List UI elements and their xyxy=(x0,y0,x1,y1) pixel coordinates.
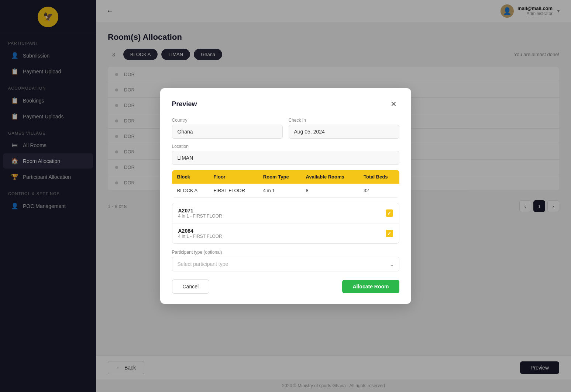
country-label: Country xyxy=(172,118,283,123)
col-available: Available Rooms xyxy=(301,170,358,184)
cell-block: BLOCK A xyxy=(172,184,209,198)
country-group: Country Ghana xyxy=(172,118,283,139)
participant-type-group: Participant type (optional) Select parti… xyxy=(172,250,399,271)
col-block: Block xyxy=(172,170,209,184)
participant-type-select[interactable]: Select participant type xyxy=(172,257,399,271)
preview-modal: Preview ✕ Country Ghana Check In Aug 05,… xyxy=(160,88,411,304)
cell-available: 8 xyxy=(301,184,358,198)
cell-total-beds: 32 xyxy=(358,184,399,198)
room-checkbox-a2071[interactable]: ✓ xyxy=(386,209,393,217)
checkin-input[interactable]: Aug 05, 2024 xyxy=(289,125,399,139)
room-id: A2071 xyxy=(178,208,222,214)
cell-floor: FIRST FLOOR xyxy=(208,184,258,198)
modal-close-button[interactable]: ✕ xyxy=(388,98,399,110)
room-list-item-info: A2084 4 in 1 - FIRST FLOOR xyxy=(178,228,222,239)
room-list-item-a2084[interactable]: A2084 4 in 1 - FIRST FLOOR ✓ xyxy=(172,223,399,243)
room-list-item-a2071[interactable]: A2071 4 in 1 - FIRST FLOOR ✓ xyxy=(172,203,399,223)
room-id: A2084 xyxy=(178,228,222,234)
col-total-beds: Total Beds xyxy=(358,170,399,184)
room-table-row: BLOCK A FIRST FLOOR 4 in 1 8 32 xyxy=(172,184,399,198)
col-floor: Floor xyxy=(208,170,258,184)
modal-footer: Cancel Allocate Room xyxy=(172,280,399,294)
modal-form-row-2: Location LIMAN xyxy=(172,144,399,165)
location-group: Location LIMAN xyxy=(172,144,399,165)
participant-type-select-wrapper: Select participant type ⌄ xyxy=(172,257,399,271)
location-label: Location xyxy=(172,144,399,149)
checkin-group: Check In Aug 05, 2024 xyxy=(289,118,399,139)
modal-title: Preview xyxy=(172,100,197,108)
col-room-type: Room Type xyxy=(258,170,301,184)
modal-form-row-1: Country Ghana Check In Aug 05, 2024 xyxy=(172,118,399,139)
modal-overlay[interactable]: Preview ✕ Country Ghana Check In Aug 05,… xyxy=(0,0,571,392)
room-info-table: Block Floor Room Type Available Rooms To… xyxy=(172,170,399,198)
room-list-item-info: A2071 4 in 1 - FIRST FLOOR xyxy=(178,208,222,219)
room-checkbox-a2084[interactable]: ✓ xyxy=(386,230,393,237)
modal-header: Preview ✕ xyxy=(172,98,399,110)
location-input[interactable]: LIMAN xyxy=(172,151,399,165)
participant-type-label: Participant type (optional) xyxy=(172,250,399,255)
checkin-label: Check In xyxy=(289,118,399,123)
cancel-button[interactable]: Cancel xyxy=(172,280,210,294)
cell-room-type: 4 in 1 xyxy=(258,184,301,198)
allocate-room-button[interactable]: Allocate Room xyxy=(342,280,399,293)
room-sub: 4 in 1 - FIRST FLOOR xyxy=(178,234,222,239)
room-list: A2071 4 in 1 - FIRST FLOOR ✓ A2084 4 in … xyxy=(172,203,399,244)
room-sub: 4 in 1 - FIRST FLOOR xyxy=(178,214,222,219)
country-input[interactable]: Ghana xyxy=(172,125,283,139)
